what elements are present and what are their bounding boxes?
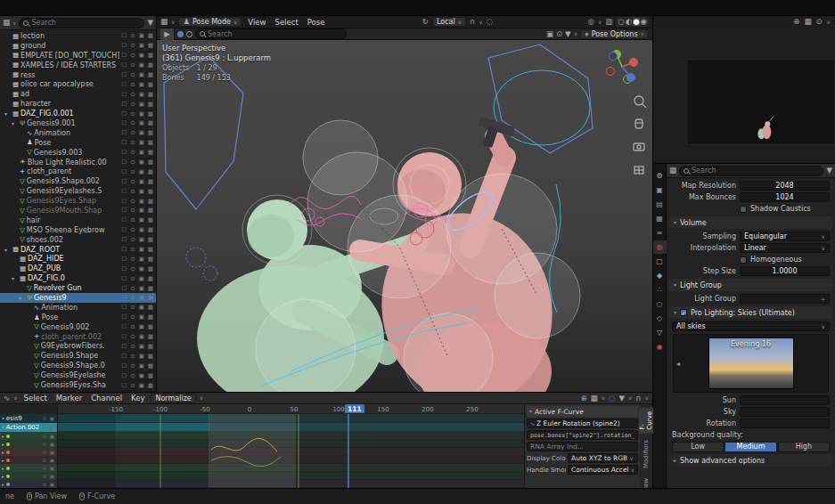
expand-arrow-icon[interactable]: ▾ bbox=[4, 110, 11, 117]
max-bounces-field[interactable]: 1024 bbox=[740, 192, 830, 202]
expand-arrow-icon[interactable]: ▾ bbox=[12, 275, 18, 281]
chevron-down-icon[interactable]: ∨ bbox=[827, 20, 831, 25]
shading-material-icon[interactable]: ● bbox=[633, 18, 639, 26]
visibility-toggles[interactable]: ☐ ⊙ ▣ ▩ bbox=[121, 61, 154, 69]
visibility-toggles[interactable]: ☐ ⊙ ▣ ▩ bbox=[121, 42, 154, 49]
shading-wireframe-icon[interactable]: ○ bbox=[618, 18, 624, 26]
properties-search-input[interactable] bbox=[692, 167, 819, 175]
outliner-item-cloth-parent[interactable]: +cloth_parent☐ ⊙ ▣ ▩ bbox=[0, 167, 156, 176]
graph-sidebar-tab-modifiers[interactable]: Modifiers bbox=[643, 436, 650, 472]
transform-orientation-icon[interactable]: ↻ bbox=[422, 18, 429, 26]
outliner-item-genesis9-003[interactable]: ▽Genesis9.003☐ ⊙ ▣ ▩ bbox=[0, 148, 156, 158]
channel-toggles[interactable]: ⊙ ▣ bbox=[42, 458, 55, 463]
outliner-item-cloth-parent-002[interactable]: +cloth_parent.002☐ ⊙ ▣ ▩ bbox=[0, 332, 156, 342]
graph-channel-row[interactable]: ▸⊙ ▣ bbox=[0, 480, 57, 488]
map-resolution-field[interactable]: 2048 bbox=[740, 181, 830, 191]
properties-tab-view-layer-icon[interactable]: ▦ bbox=[653, 212, 667, 225]
tool-option-dot-icon[interactable] bbox=[186, 31, 192, 37]
visibility-toggles[interactable]: ☐ ⊙ ▣ ▩ bbox=[121, 275, 154, 282]
properties-tab-object-icon[interactable]: □ bbox=[653, 255, 667, 268]
viewport-editor-type-icon[interactable]: ▦ bbox=[160, 18, 168, 26]
expand-arrow-icon[interactable]: ▾ bbox=[12, 120, 18, 126]
visibility-toggles[interactable]: ☐ ⊙ ▣ ▩ bbox=[121, 246, 154, 253]
channel-toggles[interactable]: ⊙ ▣ bbox=[42, 450, 55, 455]
visibility-toggles[interactable]: ☐ ⊙ ▣ ▩ bbox=[121, 372, 154, 379]
shading-solid-icon[interactable]: ◐ bbox=[626, 18, 632, 26]
quality-low-button[interactable]: Low bbox=[672, 442, 724, 452]
expand-arrow-icon[interactable]: ▾ bbox=[2, 425, 4, 430]
visibility-toggles[interactable]: ☐ ⊙ ▣ ▩ bbox=[121, 32, 154, 39]
outliner-item-pose[interactable]: ♟Pose☐ ⊙ ▣ ▩ bbox=[0, 313, 156, 322]
visibility-toggles[interactable]: ☐ ⊙ ▣ ▩ bbox=[121, 168, 154, 175]
light-group-section-header[interactable]: ▾ Light Group bbox=[669, 279, 832, 291]
outliner-item-genesis9eyelashes-s[interactable]: ▽Genesis9Eyelashes.S☐ ⊙ ▣ ▩ bbox=[0, 186, 156, 196]
shadow-caustics-checkbox[interactable]: Shadow Caustics bbox=[740, 205, 830, 213]
pro-lighting-section-header[interactable]: ▾ ✓ Pro Lighting: Skies (Ultimate) bbox=[669, 306, 832, 319]
properties-tab-modifiers-icon[interactable]: ◆ bbox=[653, 269, 667, 282]
viewport-search[interactable] bbox=[195, 28, 347, 39]
graph-channel-row[interactable]: ▾Action.002⊙ ▣ bbox=[0, 423, 57, 432]
outliner-item-genesis9mouth-shap[interactable]: ▽Genesis9Mouth.Shap☐ ⊙ ▣ ▩ bbox=[0, 206, 156, 215]
visibility-toggles[interactable]: ☐ ⊙ ▣ ▩ bbox=[121, 149, 154, 156]
visibility-toggles[interactable]: ☐ ⊙ ▣ ▩ bbox=[121, 71, 154, 78]
snap-icon[interactable]: ∩ bbox=[470, 18, 475, 26]
visibility-toggles[interactable]: ☐ ⊙ ▣ ▩ bbox=[121, 362, 154, 370]
properties-tab-data-icon[interactable]: ▽ bbox=[653, 326, 667, 339]
graph-sidebar-tab-f-curve[interactable]: F-Curve bbox=[639, 408, 653, 434]
expand-arrow-icon[interactable]: ▸ bbox=[2, 474, 4, 479]
outliner-item-daz-pub[interactable]: ▦DAZ_PUB☐ ⊙ ▣ ▩ bbox=[0, 264, 156, 273]
outliner-item-hair[interactable]: ▽hair☐ ⊙ ▣ ▩ bbox=[0, 215, 156, 225]
chevron-down-icon[interactable]: ∨ bbox=[645, 395, 649, 401]
outliner-item-genesis9-001[interactable]: ▾ΨGenesis9.001☐ ⊙ ▣ ▩ bbox=[0, 118, 156, 128]
outliner-item-ad[interactable]: ▦ad☐ ⊙ ▣ ▩ bbox=[0, 89, 156, 99]
frame-ruler[interactable]: -150-100-50050100150200250111 bbox=[58, 404, 524, 414]
outliner-item-blue-light-realistic-00[interactable]: ☀Blue Light Realistic.00☐ ⊙ ▣ ▩ bbox=[0, 158, 156, 167]
expand-arrow-icon[interactable]: ▾ bbox=[2, 416, 4, 421]
properties-tab-material-icon[interactable]: ◉ bbox=[653, 340, 667, 354]
preview-canvas[interactable] bbox=[653, 28, 835, 163]
outliner-item-pose[interactable]: ♟Pose☐ ⊙ ▣ ▩ bbox=[0, 138, 156, 148]
outliner-item-ress[interactable]: ▦ress☐ ⊙ ▣ ▩ bbox=[0, 70, 156, 80]
visibility-toggles[interactable]: ☐ ⊙ ▣ ▩ bbox=[121, 265, 154, 272]
rotation-field[interactable] bbox=[740, 419, 830, 428]
channel-toggles[interactable]: ⊙ ▣ bbox=[42, 466, 55, 471]
chevron-down-icon[interactable]: ∨ bbox=[628, 395, 632, 401]
sampling-dropdown[interactable]: Equiangular ∨ bbox=[740, 232, 830, 241]
channel-toggles[interactable]: ⊙ ▣ bbox=[42, 474, 55, 479]
normalize-toggle[interactable]: Normalize bbox=[151, 394, 195, 403]
visibility-toggles[interactable]: ☐ ⊙ ▣ ▩ bbox=[121, 178, 154, 185]
outliner-item-genesis9eyelashe[interactable]: ▽Genesis9Eyelashe☐ ⊙ ▣ ▩ bbox=[0, 370, 156, 380]
channel-toggles[interactable]: ⊙ ▣ bbox=[42, 416, 55, 421]
active-fcurve-panel-header[interactable]: ▾ Active F-Curve bbox=[527, 406, 638, 417]
visibility-toggles[interactable]: ☐ ⊙ ▣ ▩ bbox=[121, 119, 154, 126]
properties-tab-tool-icon[interactable]: ⚙ bbox=[653, 169, 667, 183]
grid-icon[interactable]: ▦ bbox=[804, 18, 811, 26]
graph-channel-row[interactable]: ▸⊙ ▣ bbox=[0, 456, 57, 464]
display-color-dropdown[interactable]: Auto XYZ to RGB ∨ bbox=[568, 453, 638, 463]
graph-editor-type-icon[interactable]: ∿ bbox=[4, 394, 10, 402]
outliner-item-genesis9-002[interactable]: ▽Genesis9.002☐ ⊙ ▣ ▩ bbox=[0, 322, 156, 332]
sky-preview-browser[interactable]: ◂ Evening 16 bbox=[673, 334, 829, 393]
outliner-item-genesis9eyes-shap[interactable]: ▽Genesis9Eyes.Shap☐ ⊙ ▣ ▩ bbox=[0, 196, 156, 206]
rna-path-field[interactable]: pose.bones["spine2"].rotation_euler bbox=[527, 430, 638, 440]
graph-key-menu[interactable]: Key bbox=[128, 394, 147, 402]
visibility-toggles[interactable]: ☐ ⊙ ▣ ▩ bbox=[121, 313, 154, 321]
expand-arrow-icon[interactable]: ▾ bbox=[4, 247, 11, 253]
visibility-toggles[interactable]: ☐ ⊙ ▣ ▩ bbox=[121, 159, 154, 166]
chevron-down-icon[interactable]: ∨ bbox=[574, 31, 577, 37]
light-group-field[interactable]: + bbox=[740, 294, 830, 304]
homogeneous-checkbox[interactable]: Homogeneous bbox=[740, 256, 830, 264]
properties-tab-constraints-icon[interactable]: ◇ bbox=[653, 312, 667, 325]
expand-arrow-icon[interactable]: ▾ bbox=[19, 295, 25, 301]
outliner-item-g9eyebrowfibers-[interactable]: ▽G9EyebrowFibers.☐ ⊙ ▣ ▩ bbox=[0, 342, 156, 352]
expand-arrow-icon[interactable]: ▸ bbox=[2, 434, 4, 439]
add-icon[interactable]: + bbox=[821, 297, 825, 302]
visibility-toggles[interactable]: ☐ ⊙ ▣ ▩ bbox=[121, 323, 154, 330]
outliner-item-revolver-gun[interactable]: ▽Revolver Gun☐ ⊙ ▣ ▩ bbox=[0, 283, 156, 293]
properties-tab-particles-icon[interactable]: ∴ bbox=[653, 283, 667, 297]
outliner-item-shoes-002[interactable]: ▽shoes.002☐ ⊙ ▣ ▩ bbox=[0, 235, 156, 245]
visibility-toggles[interactable]: ☐ ⊙ ▣ ▩ bbox=[121, 81, 154, 88]
outliner-item-genesis9[interactable]: ▾ΨGenesis9☐ ⊙ ▣ ▩ bbox=[0, 293, 156, 303]
visibility-toggles[interactable]: ☐ ⊙ ▣ ▩ bbox=[121, 91, 154, 98]
outliner-item-ground[interactable]: ▦ground☐ ⊙ ▣ ▩ bbox=[0, 41, 156, 51]
